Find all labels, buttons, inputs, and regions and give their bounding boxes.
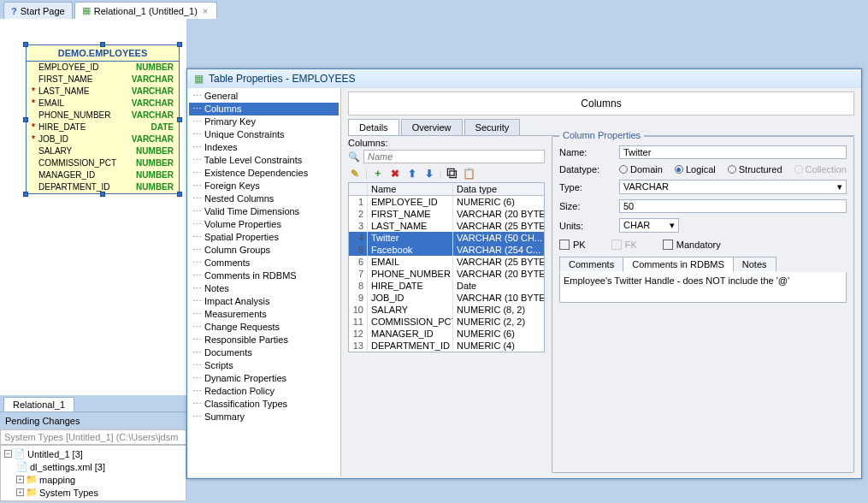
- column-properties-panel: Column Properties Name: Datatype: Domain…: [552, 136, 854, 473]
- columns-label: Columns:: [348, 138, 545, 148]
- type-select[interactable]: VARCHAR▾: [619, 180, 847, 194]
- radio-logical[interactable]: Logical: [675, 164, 716, 175]
- add-icon[interactable]: +: [371, 167, 385, 180]
- column-row[interactable]: 3LAST_NAMEVARCHAR (25 BYTE): [349, 220, 544, 232]
- column-row[interactable]: 8HIRE_DATEDate: [349, 280, 544, 292]
- column-row[interactable]: 7PHONE_NUMBERVARCHAR (20 BYTE): [349, 268, 544, 280]
- tab-details[interactable]: Details: [348, 119, 399, 135]
- nav-comments-in-rdbms[interactable]: ⋯ Comments in RDBMS: [189, 269, 339, 282]
- dialog-nav-list: ⋯ General⋯ Columns⋯ Primary Key⋯ Unique …: [187, 88, 341, 476]
- nav-comments[interactable]: ⋯ Comments: [189, 257, 339, 269]
- tab-relational-1[interactable]: ▦Relational_1 (Untitled_1)×: [74, 2, 218, 19]
- nav-indexes[interactable]: ⋯ Indexes: [189, 141, 339, 154]
- document-tabs: ?Start Page ▦Relational_1 (Untitled_1)×: [0, 0, 868, 19]
- bottom-tab-relational[interactable]: Relational_1: [3, 397, 74, 411]
- column-row[interactable]: 12MANAGER_IDNUMERIC (6): [349, 328, 544, 340]
- collapse-icon[interactable]: −: [4, 450, 12, 458]
- tree-item[interactable]: −📄Untitled_1 [3]: [3, 447, 184, 460]
- table-icon: ▦: [194, 73, 204, 85]
- nav-notes[interactable]: ⋯ Notes: [189, 282, 339, 295]
- table-properties-dialog: ▦Table Properties - EMPLOYEES ⋯ General⋯…: [186, 68, 862, 479]
- copy-icon[interactable]: ⿻: [446, 167, 459, 180]
- nav-unique-constraints[interactable]: ⋯ Unique Constraints: [189, 128, 339, 141]
- nav-primary-key[interactable]: ⋯ Primary Key: [189, 115, 339, 128]
- pk-checkbox[interactable]: PK: [559, 240, 586, 250]
- column-search-input[interactable]: [363, 150, 545, 163]
- pending-changes-label: Pending Changes: [0, 411, 186, 429]
- nav-valid-time-dimensions[interactable]: ⋯ Valid Time Dimensions: [189, 205, 339, 218]
- folder-icon: 📁: [26, 474, 38, 485]
- column-row[interactable]: 9JOB_IDVARCHAR (10 BYTE): [349, 292, 544, 304]
- fk-checkbox: FK: [611, 240, 637, 250]
- nav-existence-dependencies[interactable]: ⋯ Existence Dependencies: [189, 167, 339, 180]
- nav-column-groups[interactable]: ⋯ Column Groups: [189, 244, 339, 257]
- nav-summary[interactable]: ⋯ Summary: [189, 411, 339, 423]
- paste-icon[interactable]: 📋: [463, 167, 476, 180]
- tree-item[interactable]: +📁mapping: [3, 473, 184, 486]
- pending-tree: −📄Untitled_1 [3] 📄dl_settings.xml [3] +📁…: [0, 445, 186, 501]
- comments-textarea[interactable]: Employee's Twitter Handle - does NOT inc…: [559, 272, 847, 303]
- expand-icon[interactable]: +: [16, 476, 24, 483]
- nav-nested-columns[interactable]: ⋯ Nested Columns: [189, 192, 339, 205]
- nav-redaction-policy[interactable]: ⋯ Redaction Policy: [189, 385, 339, 398]
- column-row[interactable]: 10SALARYNUMERIC (8, 2): [349, 304, 544, 316]
- folder-icon: 📄: [14, 448, 26, 459]
- nav-impact-analysis[interactable]: ⋯ Impact Analysis: [189, 295, 339, 308]
- nav-volume-properties[interactable]: ⋯ Volume Properties: [189, 218, 339, 231]
- nav-responsible-parties[interactable]: ⋯ Responsible Parties: [189, 334, 339, 346]
- tree-item[interactable]: 📄dl_settings.xml [3]: [3, 460, 184, 473]
- tree-item[interactable]: +📁System Types: [3, 486, 184, 499]
- expand-icon[interactable]: +: [16, 488, 24, 496]
- nav-measurements[interactable]: ⋯ Measurements: [189, 308, 339, 321]
- notes-tabs: Comments Comments in RDBMS Notes: [559, 257, 847, 272]
- section-header: Columns: [348, 92, 854, 115]
- diagram-icon: ▦: [82, 5, 91, 16]
- erd-table-title: DEMO.EMPLOYEES: [27, 45, 179, 62]
- nav-columns[interactable]: ⋯ Columns: [189, 103, 339, 115]
- ntab-comments[interactable]: Comments: [559, 257, 623, 272]
- radio-structured[interactable]: Structured: [728, 164, 782, 175]
- column-name-input[interactable]: [619, 145, 847, 159]
- radio-collection: Collection: [794, 164, 847, 175]
- column-row[interactable]: 11COMMISSION_PCTNUMERIC (2, 2): [349, 316, 544, 328]
- nav-general[interactable]: ⋯ General: [189, 90, 339, 103]
- binoculars-icon: 🔍: [348, 151, 360, 163]
- nav-documents[interactable]: ⋯ Documents: [189, 346, 339, 359]
- size-input[interactable]: [619, 199, 847, 213]
- column-row[interactable]: 2FIRST_NAMEVARCHAR (20 BYTE): [349, 208, 544, 220]
- nav-dynamic-properties[interactable]: ⋯ Dynamic Properties: [189, 372, 339, 385]
- folder-icon: 📁: [26, 487, 38, 498]
- column-properties-legend: Column Properties: [559, 130, 644, 140]
- nav-foreign-keys[interactable]: ⋯ Foreign Keys: [189, 180, 339, 192]
- nav-scripts[interactable]: ⋯ Scripts: [189, 359, 339, 372]
- nav-classification-types[interactable]: ⋯ Classification Types: [189, 398, 339, 411]
- delete-icon[interactable]: ✖: [388, 167, 402, 180]
- nav-table-level-constraints[interactable]: ⋯ Table Level Constraints: [189, 154, 339, 167]
- help-icon: ?: [11, 6, 17, 16]
- column-toolbar: ✎ | + ✖ ⬆ ⬇ | ⿻ 📋: [348, 165, 545, 182]
- dialog-title-bar[interactable]: ▦Table Properties - EMPLOYEES: [187, 69, 861, 88]
- tab-overview[interactable]: Overview: [401, 119, 463, 135]
- erd-table-employees[interactable]: DEMO.EMPLOYEES EMPLOYEE_IDNUMBERFIRST_NA…: [26, 44, 180, 194]
- move-up-icon[interactable]: ⬆: [405, 167, 419, 180]
- mandatory-checkbox[interactable]: Mandatory: [663, 240, 721, 250]
- ntab-notes[interactable]: Notes: [733, 257, 776, 272]
- radio-domain[interactable]: Domain: [619, 164, 663, 175]
- units-select[interactable]: CHAR▾: [619, 218, 679, 233]
- columns-grid: NameData type 1EMPLOYEE_IDNUMERIC (6)2FI…: [348, 182, 545, 352]
- tab-start-page[interactable]: ?Start Page: [3, 2, 73, 19]
- tab-security[interactable]: Security: [464, 119, 521, 135]
- column-row[interactable]: 5FacebookVARCHAR (254 C...: [349, 244, 544, 256]
- column-row[interactable]: 6EMAILVARCHAR (25 BYTE): [349, 256, 544, 268]
- move-down-icon[interactable]: ⬇: [422, 167, 436, 180]
- close-icon[interactable]: ×: [201, 6, 210, 16]
- column-row[interactable]: 1EMPLOYEE_IDNUMERIC (6): [349, 196, 544, 208]
- ntab-comments-rdbms[interactable]: Comments in RDBMS: [623, 257, 734, 272]
- nav-spatial-properties[interactable]: ⋯ Spatial Properties: [189, 231, 339, 244]
- system-types-path: System Types [Untitled_1] (C:\Users\jdsm: [0, 429, 186, 445]
- column-row[interactable]: 13DEPARTMENT_IDNUMERIC (4): [349, 340, 544, 352]
- file-icon: 📄: [16, 461, 28, 472]
- edit-icon[interactable]: ✎: [348, 167, 362, 180]
- nav-change-requests[interactable]: ⋯ Change Requests: [189, 321, 339, 334]
- column-row[interactable]: 4TwitterVARCHAR (50 CH...: [349, 232, 544, 244]
